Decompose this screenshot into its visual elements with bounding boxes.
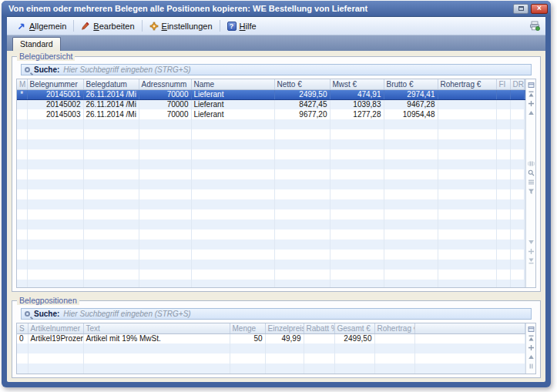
content-pane: Belegübersicht Suche: Hier Suchbegriff e… (7, 51, 545, 382)
search-label: Suche: (34, 65, 59, 74)
table-header-row: S Artikelnummer Text Menge Einzelpreis €… (17, 323, 525, 333)
add-icon[interactable] (527, 247, 535, 255)
col-netto[interactable]: Netto € (274, 79, 330, 89)
settings-icon (149, 22, 159, 31)
table-row[interactable]: 0 Artikel19Prozent Artikel mit 19% MwSt.… (17, 333, 525, 343)
col-m[interactable]: M (17, 79, 27, 89)
col-rohertrag[interactable]: Rohertrag € (438, 79, 496, 89)
belegpositionen-navstrip (525, 323, 535, 374)
empty-row (17, 169, 525, 179)
empty-row (17, 270, 525, 280)
col-einzelpreis[interactable]: Einzelpreis € (265, 323, 304, 333)
col-adressnummer[interactable]: Adressnumm (139, 79, 191, 89)
beleguebersicht-navstrip (525, 79, 535, 287)
empty-row (17, 280, 525, 287)
empty-row (17, 159, 525, 169)
col-mwst[interactable]: Mwst € (330, 79, 384, 89)
scroll-bottom-icon[interactable] (527, 256, 535, 264)
scroll-top-icon[interactable] (527, 334, 535, 342)
col-belegdatum[interactable]: Belegdatum (83, 79, 139, 89)
belegpositionen-table: S Artikelnummer Text Menge Einzelpreis €… (17, 323, 525, 374)
tab-standard[interactable]: Standard (12, 37, 61, 51)
col-name[interactable]: Name (191, 79, 274, 89)
col-brutto[interactable]: Brutto € (384, 79, 438, 89)
empty-row (17, 219, 525, 230)
column-chooser-icon[interactable] (527, 81, 535, 89)
table-header-row: M Belegnummer Belegdatum Adressnumm Name… (17, 79, 525, 89)
pin-icon[interactable] (527, 362, 535, 370)
table-row[interactable]: 20145003 26.11.2014 /Mi 70000 Lieferant … (17, 109, 525, 119)
col-fi[interactable]: FI (496, 79, 510, 89)
menu-bearbeiten-label: Bearbeiten (93, 22, 134, 31)
window-title: Von einem oder mehreren Belegen alle Pos… (8, 4, 511, 13)
belegpositionen-grid-main: S Artikelnummer Text Menge Einzelpreis €… (17, 323, 525, 374)
toolbar: Allgemein Bearbeiten (7, 17, 545, 35)
toolbar-separator (142, 20, 143, 32)
empty-row (17, 139, 525, 149)
rows-icon[interactable] (527, 178, 535, 186)
pin-icon[interactable] (527, 159, 535, 167)
col-rohertrag[interactable]: Rohertrag € (374, 323, 414, 333)
empty-row (17, 230, 525, 240)
arrow-ne-icon (17, 22, 26, 31)
column-chooser-icon[interactable] (527, 325, 535, 333)
belegpositionen-search-bar[interactable]: Suche: Hier Suchbegriff eingeben (STRG+S… (21, 308, 532, 320)
restore-button[interactable] (513, 4, 528, 14)
close-button[interactable]: × (531, 4, 548, 14)
menu-einstellungen[interactable]: Einstellungen (145, 20, 217, 32)
sort-filter-icon[interactable] (527, 187, 535, 195)
col-filler (414, 323, 525, 333)
printer-icon[interactable] (529, 21, 540, 31)
empty-row (17, 129, 525, 139)
arrow-down-icon[interactable] (527, 238, 535, 246)
empty-row (17, 353, 525, 364)
search-label: Suche: (34, 310, 59, 318)
menu-allgemein[interactable]: Allgemein (12, 20, 71, 32)
beleguebersicht-grid-main: M Belegnummer Belegdatum Adressnumm Name… (17, 79, 525, 287)
arrow-up-icon[interactable] (527, 109, 535, 116)
search-icon (25, 311, 30, 317)
titlebar: Von einem oder mehreren Belegen alle Pos… (2, 1, 551, 16)
group-beleguebersicht-label: Belegübersicht (17, 52, 75, 61)
arrow-up-icon[interactable] (527, 353, 535, 360)
group-belegpositionen: Belegpositionen Suche: Hier Suchbegriff … (12, 300, 541, 378)
menu-hilfe[interactable]: ? Hilfe (223, 20, 261, 32)
tab-strip: Standard (7, 35, 545, 51)
beleguebersicht-grid: M Belegnummer Belegdatum Adressnumm Name… (16, 79, 536, 288)
col-menge[interactable]: Menge (230, 323, 265, 333)
col-s[interactable]: S (17, 323, 28, 333)
empty-row (17, 119, 525, 129)
col-belegnummer[interactable]: Belegnummer (27, 79, 83, 89)
window-body: Allgemein Bearbeiten (7, 16, 545, 382)
empty-row (17, 209, 525, 219)
beleguebersicht-search-bar[interactable]: Suche: Hier Suchbegriff eingeben (STRG+S… (21, 64, 532, 75)
application-window: Von einem oder mehreren Belegen alle Pos… (2, 1, 551, 387)
pencil-icon (81, 22, 90, 31)
beleguebersicht-table: M Belegnummer Belegdatum Adressnumm Name… (17, 79, 525, 287)
menu-bearbeiten[interactable]: Bearbeiten (76, 20, 139, 32)
menu-hilfe-label: Hilfe (240, 22, 257, 31)
empty-row (17, 343, 525, 353)
col-rabatt[interactable]: Rabatt % (304, 323, 334, 333)
col-text[interactable]: Text (83, 323, 230, 333)
col-artikelnummer[interactable]: Artikelnummer (28, 323, 83, 333)
belegpositionen-grid: S Artikelnummer Text Menge Einzelpreis €… (16, 323, 536, 374)
zoom-icon[interactable] (527, 169, 535, 176)
empty-row (17, 260, 525, 270)
add-icon[interactable] (527, 343, 535, 351)
scroll-top-icon[interactable] (527, 90, 535, 98)
col-dr[interactable]: DR (510, 79, 524, 89)
col-gesamt[interactable]: Gesamt € (334, 323, 374, 333)
menu-einstellungen-label: Einstellungen (162, 22, 213, 31)
search-placeholder: Hier Suchbegriff eingeben (STRG+S) (63, 310, 190, 318)
add-icon[interactable] (527, 99, 535, 107)
table-row[interactable]: * 20145001 26.11.2014 /Mi 70000 Lieferan… (17, 89, 525, 99)
search-placeholder: Hier Suchbegriff eingeben (STRG+S) (63, 65, 190, 74)
empty-row (17, 199, 525, 209)
group-belegpositionen-label: Belegpositionen (17, 296, 79, 305)
toolbar-separator (220, 20, 220, 32)
table-row[interactable]: 20145002 26.11.2014 /Mi 70000 Lieferant … (17, 99, 525, 109)
empty-row (17, 364, 525, 374)
menu-allgemein-label: Allgemein (29, 22, 66, 31)
toolbar-separator (73, 20, 74, 32)
